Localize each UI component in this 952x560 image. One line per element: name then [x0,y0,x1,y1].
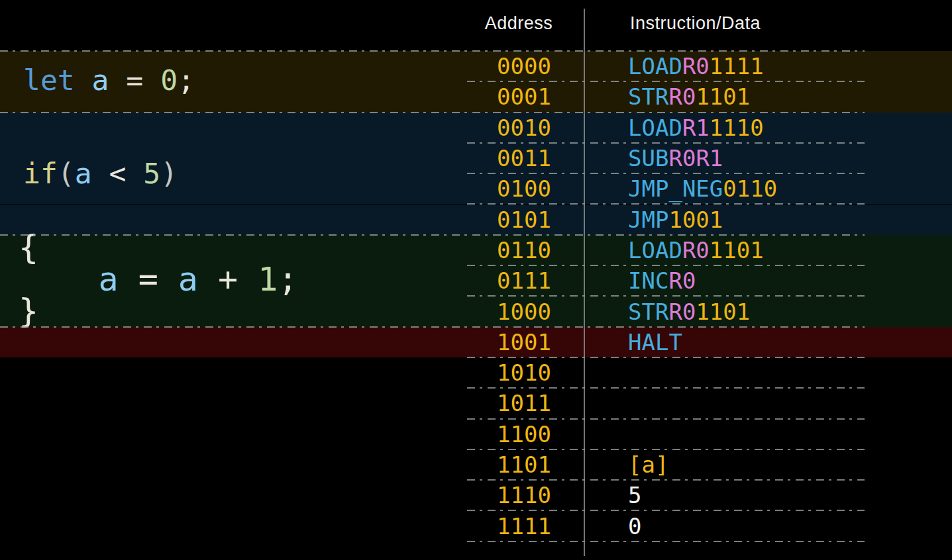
token-binary: 1001 [668,207,723,233]
address-cell: 1101 [497,449,551,480]
instruction-cell: JMP 1001 [628,205,723,235]
table-row: 1011 [0,388,952,418]
token-register: R0 [682,53,710,79]
token-mnemonic: HALT [628,329,682,355]
row-separator [0,234,865,236]
token-register: R0 [668,299,696,325]
address-cell: 0001 [497,81,551,112]
token-p: = [119,260,178,299]
instruction-cell: INC R0 [628,265,696,296]
address-cell: 1100 [497,419,551,449]
address-cell: 0100 [497,173,551,204]
row-separator [467,541,865,542]
row-separator [467,418,865,420]
token-p: < [92,157,144,190]
token-p: } [19,292,38,330]
instruction-cell: [a] [628,449,668,480]
table-row: 1101[a] [0,449,952,480]
code-snippet-let-statement: let a = 0; [23,64,195,97]
address-cell: 1011 [497,388,551,418]
address-cell: 1001 [497,327,551,357]
token-binary: 0110 [723,175,777,202]
token-p: ; [278,260,297,299]
token-mnemonic: LOAD [628,115,682,141]
column-header-address: Address [467,13,570,34]
instruction-cell: STR R0 1101 [628,296,750,326]
address-cell: 0000 [497,51,551,81]
instruction-cell: 0 [628,511,641,541]
token-num: 5 [143,157,160,190]
table-top-separator [0,50,865,52]
token-num: 0 [160,64,178,97]
table-row: 0010LOAD R1 1110 [0,113,952,143]
token-binary: 1101 [696,83,750,110]
table-row: 1001HALT [0,327,952,357]
table-row: 1100 [0,419,952,449]
address-cell: 0011 [497,143,551,173]
row-separator [467,265,865,266]
code-snippet-loop-body: { a = a + 1;} [19,232,297,327]
token-num: 1 [258,260,278,299]
row-separator [467,173,865,174]
token-mnemonic: INC [628,267,668,294]
token-var: a [98,260,118,299]
column-divider [584,9,585,556]
token-p: = [109,64,160,97]
code-line: a = a + 1; [19,263,297,295]
token-value: 5 [628,482,641,508]
token-p: ; [178,64,195,97]
address-cell: 0111 [497,265,551,296]
address-cell: 1110 [497,480,551,510]
column-header-instruction: Instruction/Data [630,13,761,34]
address-cell: 1111 [497,511,551,541]
address-cell: 0010 [497,113,551,143]
row-separator [467,295,865,297]
row-separator [467,510,865,511]
row-separator [467,449,865,450]
token-p [75,64,92,97]
row-separator [467,81,865,82]
code-line: if(a < 5) [23,157,178,190]
token-mnemonic: STR [628,83,668,110]
token-var: a [178,260,198,299]
instruction-cell: JMP_NEG 0110 [628,173,777,204]
token-pg: ) [160,157,178,190]
token-register: R0 [668,145,696,171]
token-pg: ( [58,157,75,190]
table-row: 0101JMP 1001 [0,205,952,235]
token-binary: 1101 [696,299,750,325]
row-separator [467,479,865,481]
token-register: R1 [682,115,710,141]
instruction-cell: STR R0 1101 [628,81,750,112]
token-mnemonic: LOAD [628,53,682,79]
token-mnemonic: STR [628,299,668,325]
instruction-cell: LOAD R0 1111 [628,51,764,81]
token-p: + [198,260,258,299]
token-register: R1 [696,145,723,171]
token-kw: let [23,64,75,97]
token-mnemonic: LOAD [628,237,682,263]
token-value: 0 [628,513,641,539]
instruction-cell: LOAD R0 1101 [628,235,764,265]
instruction-cell: 5 [628,480,641,510]
table-row: 11110 [0,511,952,541]
table-row: 11105 [0,480,952,510]
row-separator [0,326,865,328]
address-cell: 1000 [497,296,551,326]
token-mnemonic: JMP_NEG [628,175,723,202]
token-binary: 1110 [710,115,764,141]
instruction-cell: SUB R0 R1 [628,143,723,173]
code-snippet-if-condition: if(a < 5) [23,157,178,190]
token-binary: 1101 [710,237,764,263]
address-cell: 0110 [497,235,551,265]
row-separator [467,142,865,144]
row-separator [0,112,865,113]
instruction-cell: LOAD R1 1110 [628,113,764,143]
code-line: let a = 0; [23,64,195,97]
address-cell: 0101 [497,205,551,235]
row-separator [467,357,865,358]
instruction-cell: HALT [628,327,682,357]
memory-mapping-diagram: Address Instruction/Data 0000LOAD R0 111… [0,0,952,560]
address-cell: 1010 [497,357,551,388]
token-mnemonic: JMP [628,207,668,233]
